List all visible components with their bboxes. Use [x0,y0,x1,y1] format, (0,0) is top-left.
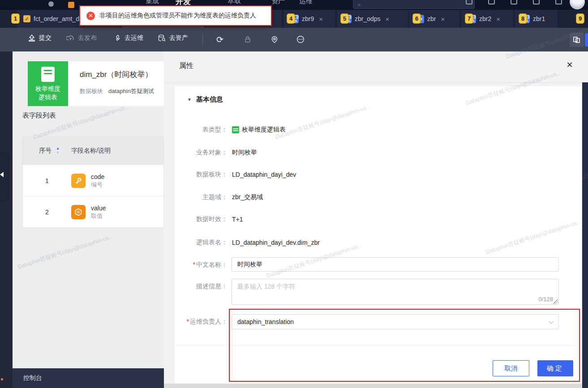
top-nav-item[interactable]: 集成 [146,0,159,5]
collapse-caret-icon: ▼ [187,97,192,102]
tab-label: zbr_odps [355,15,381,22]
field-desc: 编号 [91,181,104,188]
lock-icon[interactable] [242,34,253,45]
toast-message: 非项目的运维角色或管理员不能作为维度表的运维负责人 [99,12,256,20]
basic-info-section[interactable]: ▼ 基本信息 [187,95,223,104]
field-value: 时间枚举 [232,149,257,157]
annotation-badge: 4 [287,13,295,24]
close-icon[interactable]: × [496,15,500,23]
table-title: dim_zbr（时间枚举） [80,69,152,80]
refresh-icon[interactable]: ⟳ [214,34,226,45]
description-textarea[interactable] [232,279,558,304]
top-icon-fragment[interactable] [533,0,540,4]
field-row-logical-table: 逻辑表名： LD_dataphin_dayi_dev.dim_zbr [175,239,320,247]
search-icon: ⌕ [358,1,361,8]
cloud-upload-icon [66,34,75,42]
table-fields-panel: 枚举维度 逻辑表 dim_zbr（时间枚举） 数据板块dataphin答疑测试 … [13,51,164,388]
table-row[interactable]: 2 value 取值 [23,196,163,227]
submit-button[interactable]: 提交 [28,34,52,42]
field-row-table-type: 表类型： 枚举维度逻辑表 [175,126,286,134]
field-label: 描述信息： [175,282,227,290]
app-window: 集成 开发 萃取 资产 运维 ⌕ ✓ fct_order_amt_demo_wy… [0,0,588,388]
close-icon[interactable]: ✕ [565,60,574,69]
table-meta: 数据板块dataphin答疑测试 [80,87,154,95]
basic-info-card: ▼ 基本信息 表类型： 枚举维度逻辑表 业务对象： 时间枚举 数据板块： LD_… [175,86,581,384]
table-type-text: 枚举维度 [28,85,68,93]
location-icon[interactable] [269,34,280,45]
document-list-icon [41,67,55,82]
asset-button[interactable]: 去资产 [158,34,188,42]
field-name: code [91,173,104,181]
global-search-input[interactable]: ⌕ [353,0,475,9]
confirm-button[interactable]: 确定 [537,360,573,376]
cn-name-input[interactable] [232,257,559,272]
fields-table: 序号 ▲▼ 字段名称/说明 1 code 编号 2 [22,136,164,228]
annotation-badge: 9 [576,13,584,24]
char-counter: 0/128 [538,296,553,303]
field-value: LD_dataphin_dayi_dev.dim_zbr [232,239,320,246]
wrench-icon [113,34,121,42]
field-value: T+1 [232,216,243,223]
panel-collapse-handle[interactable] [0,151,10,202]
field-row-data-latency: 数据时效： T+1 [175,215,243,223]
meta-value: dataphin答疑测试 [108,88,154,94]
tab-label: zbr1 [533,15,545,22]
field-row-ops-owner: *运维负责人： [175,318,227,326]
top-icon-fragment[interactable] [466,0,472,4]
top-logo-square [68,2,74,8]
field-label: 主题域： [175,193,227,201]
tab-label: zbr9 [302,15,314,22]
avatar[interactable] [570,0,585,9]
field-row-data-unit: 数据板块： LD_dataphin_dayi_dev [175,171,296,179]
table-row[interactable]: 1 code 编号 [23,165,163,196]
sort-icon[interactable]: ▲▼ [56,147,60,155]
properties-drawer: 属性 ✕ ▼ 基本信息 表类型： 枚举维度逻辑表 业务对象： 时间枚举 数据板块… [164,51,588,388]
ops-owner-select[interactable]: dataphin_translation [232,314,559,329]
required-mark: * [187,318,189,325]
publish-button[interactable]: 去发布 [66,34,97,42]
row-no: 2 [23,209,71,216]
top-icon-fragment[interactable] [511,0,517,4]
fields-section-title: 表字段列表 [22,111,56,120]
yellow-table-icon: ✓ [23,15,30,22]
console-label: 控制台 [23,374,42,382]
field-row-business-object: 业务对象： 时间枚举 [175,149,257,157]
more-circle-icon[interactable] [295,34,306,45]
rail-orange-dot [1,378,3,380]
field-label: 数据板块： [175,171,227,179]
close-icon[interactable]: × [319,15,323,23]
drawer-title: 属性 [179,61,193,71]
ops-button[interactable]: 去运维 [113,34,143,42]
field-label: 数据时效： [175,215,227,223]
top-nav-item[interactable]: 运维 [299,0,313,5]
table-type-text: 逻辑表 [28,93,68,102]
editor-toolbar: 提交 去发布 去运维 去资产 ⟳ [0,28,588,51]
table-summary-card: 枚举维度 逻辑表 dim_zbr（时间枚举） 数据板块dataphin答疑测试 [28,61,164,106]
tab-label: zbr2 [479,15,491,22]
cancel-button[interactable]: 取消 [493,360,529,376]
close-icon[interactable]: × [441,15,445,23]
close-icon[interactable]: × [386,15,390,23]
top-nav-item[interactable]: 萃取 [227,0,241,5]
field-desc: 取值 [91,212,106,220]
top-icon-fragment[interactable] [555,0,562,4]
cut-blue-button[interactable] [585,33,588,47]
top-logo-dot [48,1,54,7]
console-bar[interactable]: 控制台 [13,368,164,388]
top-nav-item[interactable]: 资产 [271,0,285,5]
footer-divider [175,345,581,345]
properties-panels-icon [573,36,581,43]
collapse-left-icon [0,172,4,177]
field-name: value [91,204,106,212]
drawer-divider [164,82,582,83]
meta-label: 数据板块 [80,88,103,94]
top-icon-fragment[interactable] [488,0,495,4]
field-value: LD_dataphin_dayi_dev [232,171,296,178]
required-mark: * [193,261,195,268]
properties-toggle-button[interactable] [570,33,584,47]
column-name-header: 字段名称/说明 [71,147,111,155]
chevron-down-icon [549,319,554,324]
resize-grip-icon[interactable] [554,299,558,304]
field-value: zbr_交易域 [232,193,263,201]
left-rail [0,28,13,388]
